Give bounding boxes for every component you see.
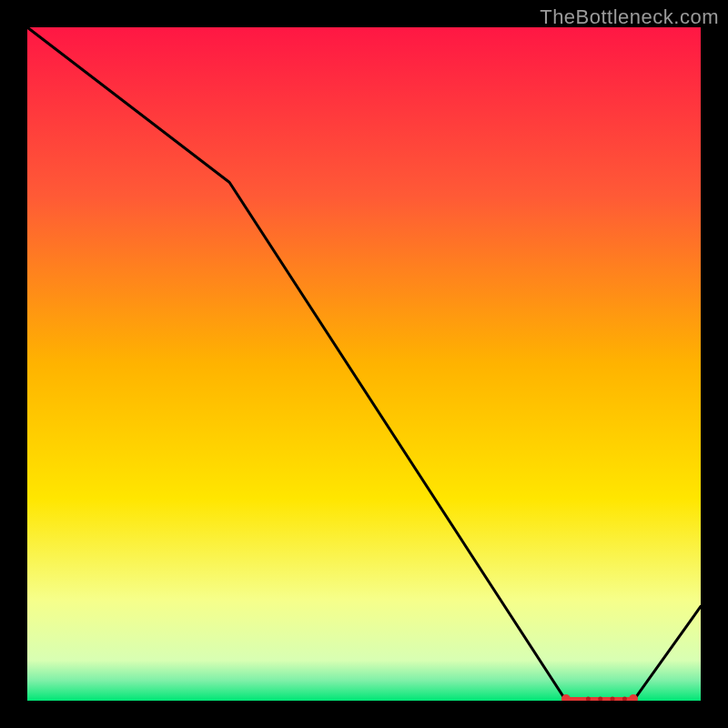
plot-area: [27, 27, 701, 701]
watermark-label: TheBottleneck.com: [540, 5, 719, 29]
gradient-background: [27, 27, 701, 701]
chart-svg: [27, 27, 701, 701]
chart-container: TheBottleneck.com: [0, 0, 728, 728]
